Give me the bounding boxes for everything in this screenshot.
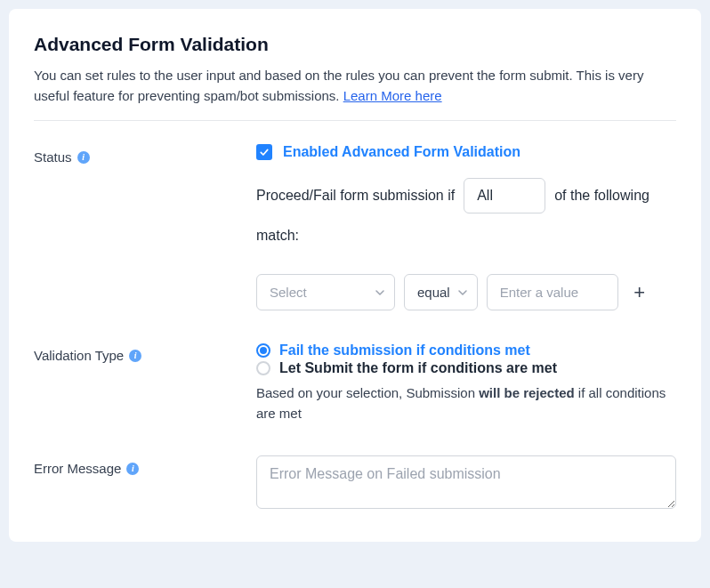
radio-fail-label: Fail the submission if conditions met xyxy=(279,342,530,358)
divider xyxy=(34,120,676,121)
validation-option-allow[interactable]: Let Submit the form if conditions are me… xyxy=(256,360,676,376)
validation-helper-text: Based on your selection, Submission will… xyxy=(256,383,676,423)
info-icon[interactable]: i xyxy=(126,463,139,475)
condition-operator-select[interactable]: equal xyxy=(404,274,478,310)
helper-pre: Based on your selection, Submission xyxy=(256,385,479,400)
status-row: Status i Enabled Advanced Form Validatio… xyxy=(34,144,676,310)
validation-type-label: Validation Type xyxy=(34,348,124,363)
status-content: Enabled Advanced Form Validation Proceed… xyxy=(256,144,676,310)
sentence-line2-wrap: match: xyxy=(256,228,676,244)
condition-sentence: Proceed/Fail form submission if All of t… xyxy=(256,178,676,213)
plus-icon: + xyxy=(633,281,645,304)
radio-fail[interactable] xyxy=(256,343,270,358)
add-condition-button[interactable]: + xyxy=(627,280,652,305)
validation-type-label-col: Validation Type i xyxy=(34,342,256,363)
condition-value-input[interactable] xyxy=(487,274,618,310)
condition-controls: Select equal + xyxy=(256,274,676,310)
info-icon[interactable]: i xyxy=(129,350,141,362)
chevron-down-icon xyxy=(375,287,385,298)
sentence-pre: Proceed/Fail form submission if xyxy=(256,188,455,204)
card-description-text: You can set rules to the user input and … xyxy=(34,68,643,103)
error-message-label-col: Error Message i xyxy=(34,455,256,476)
check-icon xyxy=(259,147,270,157)
validation-type-content: Fail the submission if conditions met Le… xyxy=(256,342,676,423)
enable-validation-checkbox[interactable] xyxy=(256,144,272,160)
status-label: Status xyxy=(34,149,72,165)
condition-field-select[interactable]: Select xyxy=(256,274,395,310)
chevron-down-icon xyxy=(457,287,468,298)
error-message-label: Error Message xyxy=(34,461,121,476)
radio-allow[interactable] xyxy=(256,361,270,375)
error-message-textarea[interactable] xyxy=(256,455,676,509)
error-message-row: Error Message i xyxy=(34,455,676,511)
advanced-form-validation-card: Advanced Form Validation You can set rul… xyxy=(9,9,701,542)
validation-type-row: Validation Type i Fail the submission if… xyxy=(34,342,676,423)
validation-option-fail[interactable]: Fail the submission if conditions met xyxy=(256,342,676,358)
sentence-line2: match: xyxy=(256,228,299,244)
condition-field-placeholder: Select xyxy=(270,285,307,300)
card-description: You can set rules to the user input and … xyxy=(34,66,676,106)
condition-operator-value: equal xyxy=(417,285,450,300)
info-icon[interactable]: i xyxy=(77,151,90,164)
sentence-post: of the following xyxy=(554,188,649,204)
enable-validation-label: Enabled Advanced Form Validation xyxy=(283,144,520,160)
card-title: Advanced Form Validation xyxy=(34,34,676,55)
radio-allow-label: Let Submit the form if conditions are me… xyxy=(279,360,557,376)
status-label-col: Status i xyxy=(34,144,256,165)
enable-validation-checkbox-row: Enabled Advanced Form Validation xyxy=(256,144,676,160)
learn-more-link[interactable]: Learn More here xyxy=(343,88,442,103)
match-type-select[interactable]: All xyxy=(464,178,545,213)
error-message-content xyxy=(256,455,676,511)
helper-bold: will be rejected xyxy=(479,385,575,400)
match-type-value: All xyxy=(477,188,493,203)
